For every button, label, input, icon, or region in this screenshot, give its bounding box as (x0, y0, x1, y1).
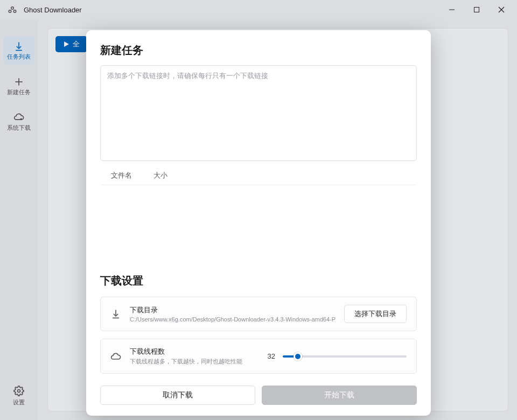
threads-slider[interactable] (283, 350, 407, 363)
download-dir-card: 下载目录 C:/Users/www.x6g.com/Desktop/Ghost-… (100, 297, 417, 331)
start-download-button[interactable]: 开始下载 (262, 386, 417, 405)
slider-thumb[interactable] (294, 352, 302, 361)
dialog-title: 新建任务 (100, 43, 417, 58)
col-size: 大小 (143, 166, 178, 185)
download-dir-label: 下载目录 (130, 305, 344, 315)
threads-card: 下载线程数 下载线程越多，下载越快，同时也越吃性能 32 (100, 339, 417, 374)
file-table-body-empty (100, 185, 417, 261)
threads-value: 32 (268, 352, 275, 360)
cloud-icon (110, 351, 121, 362)
cancel-button[interactable]: 取消下载 (100, 386, 255, 405)
modal-overlay: 新建任务 文件名 大小 下载设置 下载目录 C:/Users/www.x6g.c… (0, 0, 517, 420)
file-table-header: 文件名 大小 (100, 166, 417, 185)
choose-dir-button[interactable]: 选择下载目录 (344, 305, 407, 323)
download-icon (110, 309, 121, 319)
download-dir-path: C:/Users/www.x6g.com/Desktop/Ghost-Downl… (130, 316, 344, 323)
url-input[interactable] (100, 65, 417, 161)
download-settings-title: 下载设置 (100, 274, 417, 288)
new-task-dialog: 新建任务 文件名 大小 下载设置 下载目录 C:/Users/www.x6g.c… (86, 30, 431, 416)
threads-label: 下载线程数 (130, 347, 268, 356)
threads-desc: 下载线程越多，下载越快，同时也越吃性能 (130, 358, 268, 366)
col-filename: 文件名 (100, 166, 143, 185)
